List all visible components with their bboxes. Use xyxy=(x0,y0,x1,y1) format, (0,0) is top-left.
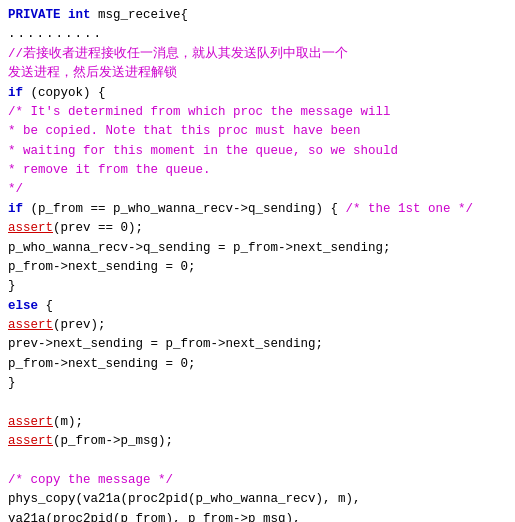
code-phys-copy2: va21a(proc2pid(p_from), p_from->p_msg), xyxy=(8,512,301,522)
line-assert-prev: assert(prev); xyxy=(8,316,507,335)
func-name: msg_receive{ xyxy=(98,8,188,22)
line-assert-prev0: assert(prev == 0); xyxy=(8,219,507,238)
comment-3: * waiting for this moment in the queue, … xyxy=(8,144,398,158)
code-if-copyok: if (copyok) { xyxy=(8,86,106,100)
code-pfrom-next-sending: p_from->next_sending = 0; xyxy=(8,357,196,371)
line-next-sending-0: p_from->next_sending = 0; xyxy=(8,258,507,277)
code-prev-next-sending: prev->next_sending = p_from->next_sendin… xyxy=(8,337,323,351)
code-close-if: } xyxy=(8,279,16,293)
assert-prev-zero-args: (prev == 0); xyxy=(53,221,143,235)
assert-prev-args: (prev); xyxy=(53,318,106,332)
code-viewer: PRIVATE int msg_receive{ .......... //若接… xyxy=(8,6,507,522)
blank-1 xyxy=(8,394,507,413)
assert-m-args: (m); xyxy=(53,415,83,429)
line-close-if: } xyxy=(8,277,507,296)
line-chinese2: 发送进程，然后发送进程解锁 xyxy=(8,64,507,83)
code-phys-copy1: phys_copy(va21a(proc2pid(p_who_wanna_rec… xyxy=(8,492,361,506)
line-phys-copy2: va21a(proc2pid(p_from), p_from->p_msg), xyxy=(8,510,507,522)
line-comment5: */ xyxy=(8,180,507,199)
line-comment1: /* It's determined from which proc the m… xyxy=(8,103,507,122)
comment-1: /* It's determined from which proc the m… xyxy=(8,105,391,119)
blank-2 xyxy=(8,452,507,471)
line-comment4: * remove it from the queue. xyxy=(8,161,507,180)
comment-5: */ xyxy=(8,182,23,196)
keyword-private: PRIVATE xyxy=(8,8,68,22)
line-assert-pmsg: assert(p_from->p_msg); xyxy=(8,432,507,451)
line-if-pfrom: if (p_from == p_who_wanna_recv->q_sendin… xyxy=(8,200,507,219)
assert-m: assert xyxy=(8,415,53,429)
assert-pmsg: assert xyxy=(8,434,53,448)
copy-message-comment: /* copy the message */ xyxy=(8,473,173,487)
line-prev-next-sending: prev->next_sending = p_from->next_sendin… xyxy=(8,335,507,354)
comment-4: * remove it from the queue. xyxy=(8,163,211,177)
line-dotted: .......... xyxy=(8,25,507,44)
line-close-else: } xyxy=(8,374,507,393)
ellipsis: .......... xyxy=(8,27,103,41)
code-if-pfrom: if (p_from == p_who_wanna_recv->q_sendin… xyxy=(8,202,473,216)
line-comment2: * be copied. Note that this proc must ha… xyxy=(8,122,507,141)
line-private: PRIVATE int msg_receive{ xyxy=(8,6,507,25)
line-phys-copy1: phys_copy(va21a(proc2pid(p_who_wanna_rec… xyxy=(8,490,507,509)
assert-pmsg-args: (p_from->p_msg); xyxy=(53,434,173,448)
code-next-sending-0: p_from->next_sending = 0; xyxy=(8,260,196,274)
line-else: else { xyxy=(8,297,507,316)
line-pfrom-next-sending: p_from->next_sending = 0; xyxy=(8,355,507,374)
assert-prev: assert xyxy=(8,318,53,332)
line-assert-m: assert(m); xyxy=(8,413,507,432)
keyword-int: int xyxy=(68,8,98,22)
code-q-sending: p_who_wanna_recv->q_sending = p_from->ne… xyxy=(8,241,391,255)
comment-2: * be copied. Note that this proc must ha… xyxy=(8,124,361,138)
assert-prev-zero: assert xyxy=(8,221,53,235)
line-chinese1: //若接收者进程接收任一消息，就从其发送队列中取出一个 xyxy=(8,45,507,64)
chinese-comment-1: //若接收者进程接收任一消息，就从其发送队列中取出一个 xyxy=(8,47,348,61)
code-close-else: } xyxy=(8,376,16,390)
line-if-copyok: if (copyok) { xyxy=(8,84,507,103)
chinese-comment-2: 发送进程，然后发送进程解锁 xyxy=(8,66,177,80)
code-else: else { xyxy=(8,299,53,313)
line-comment3: * waiting for this moment in the queue, … xyxy=(8,142,507,161)
line-copy-comment: /* copy the message */ xyxy=(8,471,507,490)
line-q-sending: p_who_wanna_recv->q_sending = p_from->ne… xyxy=(8,239,507,258)
